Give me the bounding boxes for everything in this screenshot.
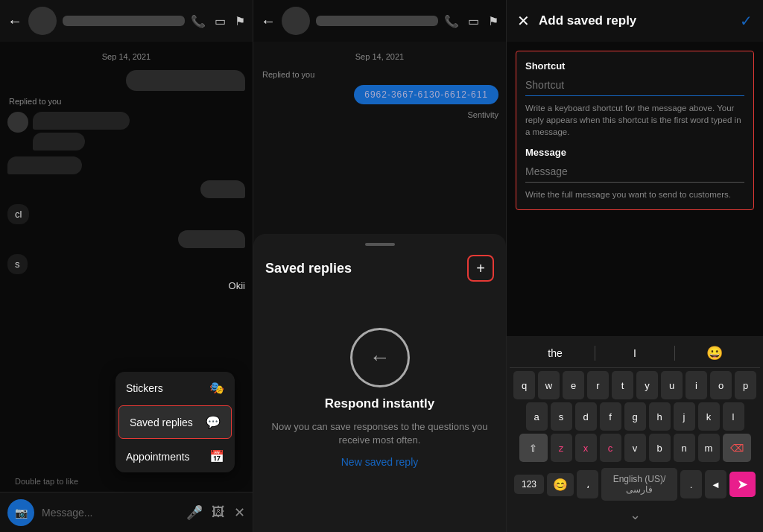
stickers-label: Stickers (126, 382, 163, 394)
close-button[interactable]: ✕ (517, 12, 530, 30)
key-c[interactable]: c (600, 434, 621, 462)
message-bubble-right (126, 70, 245, 91)
plus-icon: + (476, 260, 485, 277)
chat-text-s: s (7, 254, 28, 274)
sheet-title-row: Saved replies + (265, 255, 494, 282)
key-comma[interactable]: ، (577, 470, 598, 498)
bottom-sheet: Saved replies + ← Respond instantly Now … (253, 234, 506, 532)
key-q[interactable]: q (513, 371, 535, 399)
camera-button[interactable]: 📷 (7, 499, 34, 526)
context-stickers[interactable]: Stickers 🎭 (115, 372, 235, 404)
message-bubble-right-3 (178, 230, 245, 248)
empty-icon-circle: ← (350, 328, 410, 387)
message-input[interactable]: Message... (42, 507, 179, 519)
context-appointments[interactable]: Appointments 📅 (115, 440, 235, 472)
message-bubbles (33, 112, 130, 151)
key-a[interactable]: a (526, 402, 548, 431)
double-tap-label: Double tap to like (15, 477, 78, 486)
message-bubble-left (33, 112, 130, 130)
keyboard-hide-icon[interactable]: ⌄ (630, 507, 641, 523)
key-j[interactable]: j (674, 402, 695, 431)
saved-replies-icon: 💬 (206, 415, 221, 429)
mic-icon[interactable]: 🎤 (186, 504, 203, 521)
key-v[interactable]: v (624, 434, 646, 462)
key-period[interactable]: . (680, 470, 702, 498)
sentivity-label: Sentivity (467, 110, 498, 119)
phone-number: 6962-3667-6130-6612-611 (354, 85, 498, 104)
shortcut-input[interactable] (525, 76, 744, 96)
key-space[interactable]: English (US)/فارسی (601, 468, 677, 501)
key-send[interactable]: ➤ (729, 472, 756, 497)
chat-header: ← 📞 ▭ ⚑ (0, 0, 253, 42)
suggestion-the[interactable]: the (516, 346, 595, 361)
sender-avatar (7, 112, 28, 133)
empty-description: Now you can save responses to the questi… (265, 420, 494, 447)
new-saved-reply-link[interactable]: New saved reply (341, 456, 419, 468)
key-delete[interactable]: ⌫ (723, 434, 751, 462)
shortcut-label: Shortcut (525, 60, 744, 72)
call-icon[interactable]: 📞 (191, 14, 206, 28)
message-input-field[interactable] (525, 162, 744, 183)
call-icon-2[interactable]: 📞 (444, 14, 459, 28)
add-reply-header: ✕ Add saved reply ✓ (507, 0, 763, 42)
image-icon[interactable]: 🖼 (212, 504, 225, 521)
back-icon-2[interactable]: ← (261, 13, 276, 30)
key-k[interactable]: k (698, 402, 720, 431)
key-shift[interactable]: ⇧ (519, 434, 548, 462)
key-l[interactable]: l (723, 402, 744, 431)
chat-text-cl: cl (7, 204, 29, 224)
suggestion-i[interactable]: I (595, 346, 675, 361)
close-input-icon[interactable]: ✕ (234, 504, 245, 521)
key-f[interactable]: f (600, 402, 621, 431)
key-x[interactable]: x (575, 434, 597, 462)
panel-saved-replies: ← 📞 ▭ ⚑ Sep 14, 2021 Replied to you 6962… (253, 0, 507, 532)
reply-arrow-icon: ← (370, 346, 390, 370)
add-reply-title: Add saved reply (539, 13, 731, 28)
avatar (28, 7, 57, 35)
key-s[interactable]: s (551, 402, 572, 431)
key-w[interactable]: w (538, 371, 560, 399)
key-u[interactable]: u (661, 371, 683, 399)
confirm-button[interactable]: ✓ (740, 12, 753, 30)
key-y[interactable]: y (636, 371, 658, 399)
key-lang-switch[interactable]: ◄ (705, 470, 726, 498)
key-z[interactable]: z (551, 434, 572, 462)
sheet-handle (365, 243, 395, 246)
empty-title: Respond instantly (325, 396, 434, 411)
context-menu: Stickers 🎭 Saved replies 💬 Appointments … (115, 372, 235, 472)
key-d[interactable]: d (575, 402, 597, 431)
message-left-group (7, 112, 245, 151)
key-o[interactable]: o (710, 371, 732, 399)
appointments-label: Appointments (126, 451, 190, 463)
key-g[interactable]: g (624, 402, 646, 431)
video-icon[interactable]: ▭ (215, 14, 226, 28)
flag-icon[interactable]: ⚑ (235, 14, 245, 28)
chat-name-2 (316, 16, 438, 26)
key-r[interactable]: r (587, 371, 609, 399)
stickers-icon: 🎭 (209, 381, 224, 395)
back-icon[interactable]: ← (7, 13, 22, 30)
key-n[interactable]: n (674, 434, 695, 462)
key-t[interactable]: t (612, 371, 633, 399)
keyboard-row-1: q w e r t y u i o p (510, 371, 760, 399)
add-reply-button[interactable]: + (467, 255, 494, 282)
suggestion-emoji[interactable]: 😀 (675, 343, 754, 363)
video-icon-2[interactable]: ▭ (468, 14, 479, 28)
key-b[interactable]: b (649, 434, 671, 462)
key-m[interactable]: m (698, 434, 720, 462)
key-emoji[interactable]: 😊 (547, 473, 574, 496)
flag-icon-2[interactable]: ⚑ (488, 14, 498, 28)
key-p[interactable]: p (735, 371, 756, 399)
chat-body-2: Sep 14, 2021 Replied to you 6962-3667-61… (253, 42, 506, 191)
message-bubble-left-2 (33, 133, 85, 151)
chat-name (63, 16, 185, 26)
key-i[interactable]: i (686, 371, 707, 399)
saved-replies-label: Saved replies (130, 417, 193, 428)
key-h[interactable]: h (649, 402, 671, 431)
replied-to-label-2: Replied to you (262, 70, 498, 79)
key-numbers[interactable]: 123 (514, 475, 544, 494)
context-saved-replies[interactable]: Saved replies 💬 (118, 405, 232, 439)
key-e[interactable]: e (563, 371, 584, 399)
input-icons: 🎤 🖼 ✕ (186, 504, 245, 521)
keyboard-bottom-row: 123 😊 ، English (US)/فارسی . ◄ ➤ (510, 465, 760, 504)
